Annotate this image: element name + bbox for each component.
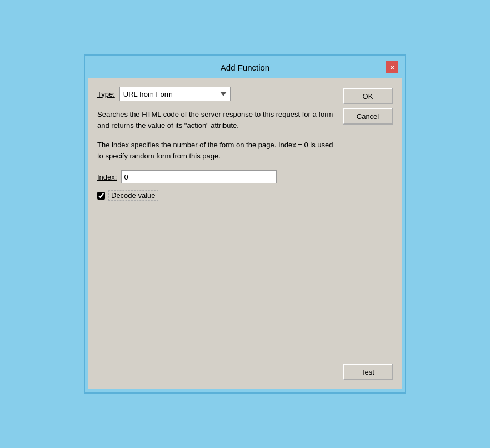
close-button[interactable]: × — [386, 61, 398, 73]
cancel-button[interactable]: Cancel — [343, 108, 393, 125]
decode-checkbox[interactable] — [97, 192, 105, 200]
title-bar: Add Function × — [88, 59, 402, 78]
decode-label: Decode value — [108, 190, 158, 201]
bottom-right-section: Test — [343, 364, 393, 380]
dialog-container: Add Function × Type: URL from Form URL f… — [84, 54, 406, 394]
ok-button[interactable]: OK — [343, 88, 393, 104]
type-label: Type: — [97, 90, 115, 98]
description1: Searches the HTML code of the server res… — [97, 109, 336, 131]
decode-row: Decode value — [97, 190, 336, 201]
top-section: Type: URL from Form URL from Link Random… — [97, 87, 393, 201]
left-panel: Type: URL from Form URL from Link Random… — [97, 87, 336, 201]
right-panel: OK Cancel — [343, 87, 393, 201]
test-button[interactable]: Test — [343, 364, 393, 380]
description2: The index specifies the number of the fo… — [97, 140, 336, 161]
index-row: Index: — [97, 170, 336, 183]
index-label: Index: — [97, 173, 117, 181]
type-row: Type: URL from Form URL from Link Random… — [97, 87, 336, 101]
dialog-title: Add Function — [104, 63, 386, 72]
dialog-body: Type: URL from Form URL from Link Random… — [88, 78, 402, 389]
index-input[interactable] — [121, 170, 277, 183]
type-select[interactable]: URL from Form URL from Link Random URL R… — [119, 87, 231, 101]
